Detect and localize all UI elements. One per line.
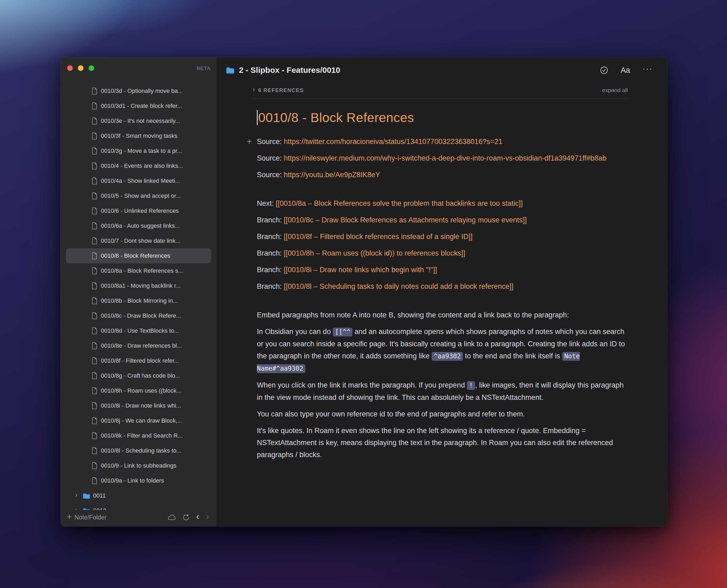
note-header: 2 - Slipbox - Features/0010 Aa ··· <box>217 57 667 83</box>
sidebar-note-item[interactable]: 0010/8b - Block Mirroring in... <box>66 293 211 308</box>
document-icon <box>91 447 98 454</box>
expand-all-button[interactable]: expand all <box>602 87 628 93</box>
minimize-button[interactable] <box>78 65 84 71</box>
sidebar-note-item[interactable]: 0010/3g - Move a task to a pr... <box>66 144 211 159</box>
sidebar-item-label: 0011 <box>93 492 106 499</box>
add-block-button[interactable]: + <box>247 136 252 147</box>
references-toggle[interactable]: › 6 REFERENCES expand all <box>217 83 667 98</box>
wikilink[interactable]: [[0010/8l – Scheduling tasks to daily no… <box>284 282 514 290</box>
sidebar-note-item[interactable]: 0010/8c - Draw Block Refere... <box>66 308 211 323</box>
chevron-right-icon: › <box>253 86 255 93</box>
sidebar-note-item[interactable]: 0010/7 - Dont show date link... <box>66 233 211 248</box>
sidebar-item-label: 0010/3f - Smart moving tasks <box>101 132 177 140</box>
sidebar-item-label: 0010/3e - It's not necessarily... <box>101 118 180 124</box>
forward-button[interactable]: › <box>206 512 209 521</box>
sidebar-item-label: 0010/9a - Link to folders <box>101 477 164 484</box>
sidebar-item-label: 0010/3g - Move a task to a pr... <box>101 147 182 154</box>
sidebar-item-label: 0010/8l - Scheduling tasks to... <box>101 447 181 454</box>
wikilink[interactable]: [[0010/8a – Block References solve the p… <box>276 200 523 207</box>
sidebar-folder-item[interactable]: ›0012 <box>66 503 211 510</box>
appearance-button[interactable]: Aa <box>621 66 630 75</box>
sidebar-note-item[interactable]: 0010/8 - Block References <box>66 248 211 264</box>
sidebar-item-label: 0010/8e - Draw references bl... <box>101 342 182 349</box>
document-icon <box>91 297 98 304</box>
sidebar-folder-item[interactable]: ›0011 <box>66 488 211 503</box>
sidebar-footer-icons: ‹ › <box>168 512 209 522</box>
sidebar-item-label: 0010/9 - Link to subheadings <box>101 462 177 469</box>
header-icons: Aa ··· <box>600 66 653 75</box>
sidebar-note-item[interactable]: 0010/8j - We can draw Block,... <box>66 413 211 428</box>
url-link[interactable]: https://youtu.be/Ae9pZ8IK8eY <box>284 171 380 179</box>
sidebar-item-label: 0010/8i - Draw note links whi... <box>101 402 181 409</box>
breadcrumb-title: 2 - Slipbox - Features/0010 <box>239 66 340 75</box>
document-icon <box>91 118 98 124</box>
sidebar-note-item[interactable]: 0010/8e - Draw references bl... <box>66 338 211 353</box>
sidebar-note-item[interactable]: 0010/4 - Events are also links... <box>66 159 211 173</box>
text-run: Branch: <box>257 282 284 290</box>
wikilink[interactable]: [[0010/8c – Draw Block References as Att… <box>284 216 527 224</box>
wikilink[interactable]: [[0010/8h – Roam uses ((block id)) to re… <box>284 249 465 257</box>
sidebar-note-item[interactable]: 0010/8l - Scheduling tasks to... <box>66 443 211 458</box>
wikilink[interactable]: [[0010/8i – Draw note links which begin … <box>284 266 437 274</box>
paragraph: When you click on the link it marks the … <box>257 379 625 404</box>
document-icon <box>91 267 98 274</box>
wikilink[interactable]: [[0010/8f – Filtered block references in… <box>284 233 473 240</box>
document-icon <box>91 342 98 349</box>
document-icon <box>91 237 98 244</box>
check-circle-icon[interactable] <box>600 66 608 75</box>
chevron-right-icon[interactable]: › <box>75 506 80 510</box>
sidebar-list: 0010/3d - Optionally move ba...0010/3d1 … <box>61 80 216 510</box>
sidebar-note-item[interactable]: 0010/6 - Unlinked References <box>66 204 211 218</box>
more-options-button[interactable]: ··· <box>642 64 653 73</box>
app-window: BETA 0010/3d - Optionally move ba...0010… <box>61 57 667 526</box>
sidebar-item-label: 0010/7 - Dont show date link... <box>101 237 180 244</box>
document-icon <box>91 192 98 200</box>
zoom-button[interactable] <box>89 65 94 71</box>
document-icon <box>91 312 98 319</box>
sidebar-note-item[interactable]: 0010/3f - Smart moving tasks <box>66 128 211 144</box>
sidebar-note-item[interactable]: 0010/8f - Filtered block refer... <box>66 353 211 368</box>
inline-code: ! <box>467 381 475 390</box>
text-run: Source: <box>257 154 284 162</box>
sidebar-note-item[interactable]: 0010/8h - Roam uses ((block... <box>66 383 211 398</box>
text-run: In Obsidian you can do <box>257 328 333 336</box>
close-button[interactable] <box>67 65 73 71</box>
refresh-icon[interactable] <box>183 514 190 521</box>
sidebar-note-item[interactable]: 0010/8i - Draw note links whi... <box>66 398 211 413</box>
paragraph: Source: https://nileswyler.medium.com/wh… <box>257 152 625 164</box>
sidebar-note-item[interactable]: 0010/3d - Optionally move ba... <box>66 84 211 99</box>
url-link[interactable]: https://nileswyler.medium.com/why-i-swit… <box>284 154 606 162</box>
blank-line <box>257 186 625 197</box>
paragraph: In Obsidian you can do [[^^ and an autoc… <box>257 326 625 375</box>
sidebar-note-item[interactable]: 0010/9 - Link to subheadings <box>66 458 211 473</box>
document-icon <box>91 103 98 109</box>
back-button[interactable]: ‹ <box>196 512 199 521</box>
sidebar-item-label: 0010/6 - Unlinked References <box>101 207 179 214</box>
sidebar-note-item[interactable]: 0010/9a - Link to folders <box>66 473 211 488</box>
new-note-folder-button[interactable]: + Note/Folder <box>67 513 107 522</box>
cloud-sync-icon[interactable] <box>168 514 176 520</box>
sidebar-note-item[interactable]: 0010/4a - Show linked Meeti... <box>66 173 211 188</box>
sidebar-item-label: 0010/3d1 - Create block refer... <box>101 103 182 109</box>
sidebar-note-item[interactable] <box>66 80 211 84</box>
sidebar-note-item[interactable]: 0010/8d - Use TextBlocks to... <box>66 323 211 338</box>
sidebar-note-item[interactable]: 0010/6a - Auto suggest links... <box>66 218 211 233</box>
chevron-right-icon[interactable]: › <box>75 491 80 499</box>
document-icon <box>91 223 98 229</box>
note-title: 0010/8 - Block References <box>257 110 625 125</box>
sidebar-note-item[interactable]: 0010/5 - Show and accept or... <box>66 188 211 204</box>
url-link[interactable]: https://twitter.com/horacioneiva/status/… <box>284 138 503 146</box>
inline-code: ^aa9302 <box>432 352 463 361</box>
sidebar-note-item[interactable]: 0010/8k - Filter and Search R... <box>66 428 211 443</box>
sidebar-item-label: 0010/5 - Show and accept or... <box>101 192 180 200</box>
document-icon <box>91 177 98 184</box>
sidebar-note-item[interactable]: 0010/8a - Block References s... <box>66 264 211 278</box>
sidebar-note-item[interactable]: 0010/3e - It's not necessarily... <box>66 113 211 128</box>
paragraph: Branch: [[0010/8h – Roam uses ((block id… <box>257 247 625 259</box>
text-run: Branch: <box>257 249 284 257</box>
document-icon <box>91 357 98 364</box>
sidebar-note-item[interactable]: 0010/3d1 - Create block refer... <box>66 99 211 113</box>
sidebar-note-item[interactable]: 0010/8g - Craft has code blo... <box>66 368 211 383</box>
note-editor[interactable]: 0010/8 - Block References +Source: https… <box>217 99 667 526</box>
sidebar-note-item[interactable]: 0010/8a1 - Moving backlink r... <box>66 278 211 293</box>
